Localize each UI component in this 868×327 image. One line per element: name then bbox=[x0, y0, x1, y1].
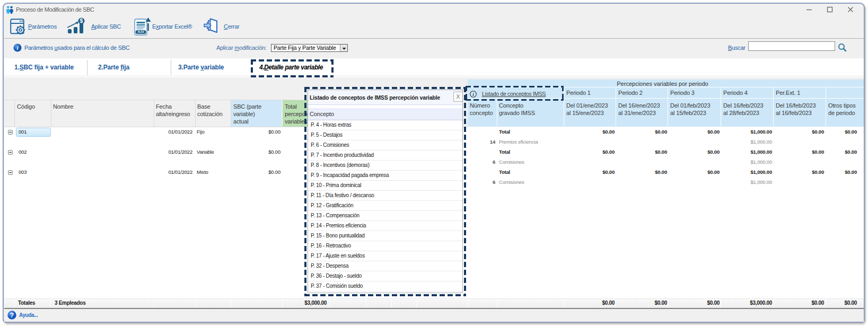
svg-text:XLSX: XLSX bbox=[138, 31, 145, 33]
svg-text:i: i bbox=[472, 92, 474, 97]
svg-text:$: $ bbox=[80, 17, 83, 24]
svg-text:?: ? bbox=[10, 312, 14, 319]
